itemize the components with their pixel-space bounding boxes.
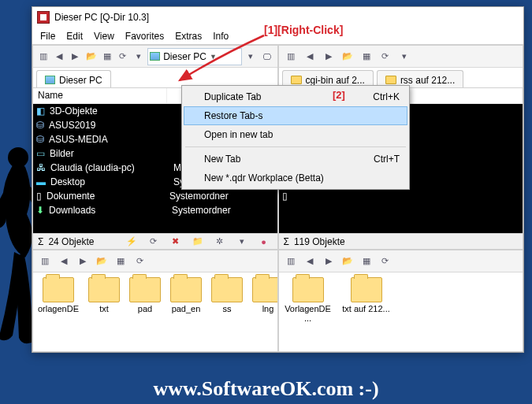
forward-icon[interactable]: ▶ [74, 253, 91, 270]
folder-item[interactable]: orlagenDE [38, 277, 79, 313]
view-icon[interactable]: ▦ [112, 253, 129, 270]
refresh-icon[interactable]: ⟳ [145, 233, 162, 250]
open-icon[interactable]: 📂 [339, 48, 356, 65]
toolbar-tr: ▥ ◀ ▶ 📂 ▦ ⟳ ▾ [279, 46, 523, 68]
layout-icon[interactable]: ▥ [282, 48, 299, 65]
ctx-duplicate-tab[interactable]: Duplicate Tab Ctrl+K [184, 87, 407, 106]
layout-icon[interactable]: ▥ [282, 253, 299, 270]
disk-icon: ⛁ [36, 134, 44, 145]
lightning-icon[interactable]: ⚡ [123, 233, 140, 250]
folder-icon [351, 277, 382, 302]
back-icon[interactable]: ◀ [301, 253, 318, 270]
ctx-new-workplace[interactable]: New *.qdr Workplace (Betta) [184, 169, 407, 187]
pc-icon [45, 76, 55, 84]
folder-item[interactable]: pad [129, 277, 161, 313]
menu-extras[interactable]: Extras [170, 29, 206, 43]
folder-item[interactable]: txt auf 212... [342, 277, 391, 313]
folder-icon [252, 277, 277, 302]
network-icon: 🖧 [36, 162, 46, 173]
pane-bottom-left: ▥ ◀ ▶ 📂 ▦ ⟳ orlagenDE txt pad pad_en ss … [32, 250, 278, 352]
status-tr: Σ 119 Objekte [279, 233, 523, 249]
list-item[interactable]: ⬇DownloadsSystemordner [33, 203, 277, 217]
annotation-1: [1][Right-Click] [264, 24, 343, 36]
folder-icon [211, 277, 243, 302]
window-title: Dieser PC [Q-Dir 10.3] [54, 12, 149, 23]
menu-view[interactable]: View [89, 29, 119, 43]
history-icon[interactable]: ▾ [132, 48, 146, 65]
toolbar-tl: ▥ ◀ ▶ 📂 ▦ ⟳ ▾ Dieser PC ▼ ▾ 🖵 [33, 46, 277, 68]
gear-icon[interactable]: ✲ [211, 233, 229, 250]
menu-favorites[interactable]: Favorites [121, 29, 169, 43]
folder-icon[interactable]: 📁 [189, 233, 206, 250]
folder-item[interactable]: VorlagenDE ... [284, 277, 333, 323]
forward-icon[interactable]: ▶ [320, 48, 337, 65]
folder-icon [292, 277, 324, 302]
open-icon[interactable]: 📂 [93, 253, 110, 270]
menu-info[interactable]: Info [208, 29, 233, 43]
downloads-icon: ⬇ [36, 205, 44, 216]
view-icon[interactable]: ▦ [100, 48, 114, 65]
delete-icon[interactable]: ✖ [167, 233, 184, 250]
refresh-icon[interactable]: ⟳ [116, 48, 130, 65]
status-text: 24 Objekte [48, 236, 94, 247]
disk-icon: ⛁ [36, 120, 44, 131]
refresh-icon[interactable]: ⟳ [131, 253, 148, 270]
view-icon[interactable]: ▦ [358, 253, 375, 270]
folder-icon [129, 277, 161, 302]
tab-dieser-pc[interactable]: Dieser PC [36, 70, 111, 87]
open-icon[interactable]: 📂 [339, 253, 356, 270]
pin-icon[interactable]: ● [255, 233, 273, 250]
icon-view-bl[interactable]: orlagenDE txt pad pad_en ss lng [33, 272, 277, 351]
obj3d-icon: ◧ [36, 106, 45, 117]
refresh-icon[interactable]: ⟳ [377, 48, 394, 65]
folder-item[interactable]: lng [252, 277, 277, 313]
pane-bottom-right: ▥ ◀ ▶ 📂 ▦ ⟳ VorlagenDE ... txt auf 212..… [278, 250, 524, 352]
ctx-restore-tabs[interactable]: Restore Tab-s [184, 106, 407, 125]
folder-icon [88, 277, 120, 302]
refresh-icon[interactable]: ⟳ [377, 253, 394, 270]
context-menu: Duplicate Tab Ctrl+K Restore Tab-s Open … [181, 85, 410, 190]
annotation-2: [2] [333, 89, 345, 101]
menu-edit[interactable]: Edit [61, 29, 87, 43]
folder-icon [291, 76, 302, 84]
view-icon[interactable]: ▦ [358, 48, 375, 65]
forward-icon[interactable]: ▶ [320, 253, 337, 270]
toolbar-bl: ▥ ◀ ▶ 📂 ▦ ⟳ [33, 250, 277, 272]
back-icon[interactable]: ◀ [52, 48, 66, 65]
sigma-icon: Σ [284, 236, 289, 247]
back-icon[interactable]: ◀ [301, 48, 318, 65]
folder-item[interactable]: txt [88, 277, 120, 313]
chevron-down-icon: ▼ [210, 53, 217, 61]
app-icon [37, 11, 50, 24]
history-icon[interactable]: ▾ [396, 48, 413, 65]
ctx-new-tab[interactable]: New Tab Ctrl+T [184, 150, 407, 169]
layout-icon[interactable]: ▥ [36, 253, 54, 270]
status-tl: Σ 24 Objekte ⚡ ⟳ ✖ 📁 ✲ ▾ ● [33, 233, 277, 249]
col-name[interactable]: Name [33, 88, 167, 103]
monitor-icon[interactable]: 🖵 [259, 48, 273, 65]
back-icon[interactable]: ◀ [55, 253, 73, 270]
toolbar-br: ▥ ◀ ▶ 📂 ▦ ⟳ [279, 250, 523, 272]
pc-icon [150, 52, 160, 61]
more-icon[interactable]: ▾ [233, 233, 251, 250]
menu-file[interactable]: File [35, 29, 60, 43]
list-item[interactable]: ▯DokumenteSystemordner [33, 189, 277, 203]
icon-view-br[interactable]: VorlagenDE ... txt auf 212... [279, 272, 523, 351]
forward-icon[interactable]: ▶ [68, 48, 82, 65]
status-text: 119 Objekte [294, 236, 345, 247]
ctx-open-new-tab[interactable]: Open in new tab [184, 125, 407, 144]
pictures-icon: ▭ [36, 148, 45, 159]
documents-icon: ▯ [36, 191, 42, 202]
watermark: www.SoftwareOK.com :-) [0, 379, 532, 399]
layout-icon[interactable]: ▥ [36, 48, 50, 65]
history2-icon[interactable]: ▾ [244, 48, 258, 65]
folder-item[interactable]: pad_en [170, 277, 202, 313]
folder-item[interactable]: ss [211, 277, 243, 313]
tab-label: Dieser PC [59, 75, 102, 86]
list-item[interactable]: ▯ [279, 189, 523, 203]
ctx-separator [185, 146, 406, 147]
address-bar[interactable]: Dieser PC ▼ [147, 48, 242, 65]
folder-icon [43, 277, 74, 302]
file-icon: ▯ [282, 191, 288, 202]
open-icon[interactable]: 📂 [84, 48, 99, 65]
